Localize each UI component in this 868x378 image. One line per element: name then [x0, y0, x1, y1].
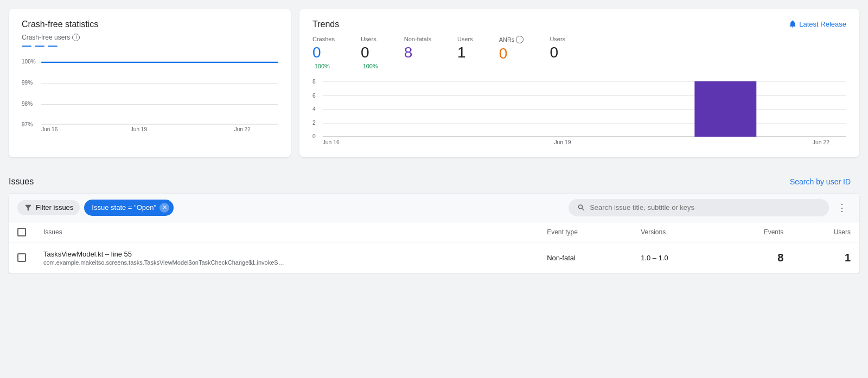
- crash-free-chart: 100% 99% 98% 97% Jun 16 Jun 19: [22, 55, 278, 131]
- stat-anrs: ANRs i 0: [499, 36, 524, 69]
- search-by-user-link[interactable]: Search by user ID: [790, 177, 851, 186]
- stat-nonfatals: Non-fatals 8: [404, 36, 431, 69]
- stat-header-users-2: Users: [457, 36, 473, 42]
- trends-title: Trends: [312, 20, 339, 29]
- search-icon: [577, 203, 585, 212]
- issues-section-title: Issues: [9, 177, 34, 187]
- svg-text:99%: 99%: [22, 80, 33, 86]
- col-event-type: Event type: [538, 222, 632, 242]
- stat-value-users-1: 0: [361, 43, 378, 62]
- stat-users-nonfatals: Users 1: [457, 36, 473, 69]
- crash-free-section-label: Crash-free users i: [22, 34, 278, 41]
- stat-header-nonfatals: Non-fatals: [404, 36, 431, 42]
- svg-text:Jun 16: Jun 16: [41, 126, 58, 131]
- stat-value-users-3: 0: [550, 43, 565, 62]
- legend-dash-2: [35, 46, 44, 47]
- trends-card: Trends Latest Release Crashes 0 -100%: [299, 9, 859, 157]
- row-users-cell: 1: [792, 242, 859, 273]
- trends-header: Trends Latest Release: [312, 20, 846, 36]
- row-event-type-cell: Non-fatal: [538, 242, 632, 273]
- event-type-label: Non-fatal: [547, 254, 576, 262]
- chip-close-button[interactable]: ✕: [159, 203, 169, 213]
- svg-text:4: 4: [312, 106, 316, 112]
- stat-header-anrs: ANRs i: [499, 36, 524, 43]
- svg-text:Jun 19: Jun 19: [131, 126, 147, 131]
- legend: [22, 46, 278, 47]
- svg-text:Jun 22: Jun 22: [813, 139, 829, 145]
- issue-title: TasksViewModel.kt – line 55: [43, 250, 529, 258]
- legend-dash-1: [22, 46, 31, 47]
- crash-free-card: Crash-free statistics Crash-free users i…: [9, 9, 291, 157]
- svg-text:98%: 98%: [22, 100, 33, 106]
- col-events: Events: [719, 222, 792, 242]
- svg-text:Jun 22: Jun 22: [234, 126, 251, 131]
- latest-release-link[interactable]: Latest Release: [788, 20, 846, 28]
- svg-text:Jun 19: Jun 19: [554, 139, 571, 145]
- filter-issues-button[interactable]: Filter issues: [17, 200, 80, 215]
- svg-text:0: 0: [312, 133, 316, 139]
- main-container: Crash-free statistics Crash-free users i…: [0, 0, 868, 274]
- stat-header-users-3: Users: [550, 36, 565, 42]
- svg-text:6: 6: [312, 93, 316, 99]
- row-versions-cell: 1.0 – 1.0: [632, 242, 719, 273]
- stat-value-nonfatals: 8: [404, 43, 431, 62]
- stat-value-users-2: 1: [457, 43, 473, 62]
- svg-text:2: 2: [312, 120, 316, 126]
- svg-text:100%: 100%: [22, 59, 36, 65]
- search-bar: [569, 199, 829, 216]
- issue-state-chip: Issue state = "Open" ✕: [84, 200, 174, 216]
- trends-stats-row: Crashes 0 -100% Users 0 -100% Non-fatals…: [312, 36, 846, 69]
- table-row: TasksViewModel.kt – line 55 com.example.…: [9, 242, 859, 273]
- svg-text:8: 8: [312, 79, 316, 85]
- events-count: 8: [777, 252, 783, 264]
- more-options-button[interactable]: ⋮: [833, 199, 851, 216]
- stat-header-crashes: Crashes: [312, 36, 335, 42]
- select-all-checkbox[interactable]: [17, 228, 26, 236]
- users-count: 1: [845, 252, 851, 264]
- trends-chart-area: 8 6 4 2 0 Jun 16 Ju: [312, 76, 846, 146]
- anr-info-icon[interactable]: i: [516, 36, 524, 43]
- table-header-row: Issues Event type Versions Events Users: [9, 222, 859, 242]
- stat-users-crashes: Users 0 -100%: [361, 36, 378, 69]
- nonfatals-bar: [694, 81, 756, 137]
- row-checkbox-cell: [9, 242, 35, 273]
- stat-change-users-1: -100%: [361, 63, 378, 69]
- svg-text:Jun 16: Jun 16: [323, 139, 340, 145]
- legend-dash-3: [48, 46, 58, 47]
- search-input[interactable]: [590, 203, 820, 212]
- col-versions: Versions: [632, 222, 719, 242]
- col-checkbox: [9, 222, 35, 242]
- row-checkbox[interactable]: [17, 253, 26, 262]
- issue-subtitle: com.example.makeitso.screens.tasks.Tasks…: [43, 259, 529, 266]
- crash-free-svg: 100% 99% 98% 97% Jun 16 Jun 19: [22, 55, 278, 131]
- crash-free-title: Crash-free statistics: [22, 20, 278, 29]
- row-events-cell: 8: [719, 242, 792, 273]
- issues-section: Filter issues Issue state = "Open" ✕ ⋮: [9, 193, 859, 274]
- issues-toolbar: Filter issues Issue state = "Open" ✕ ⋮: [9, 193, 859, 222]
- stat-change-crashes: -100%: [312, 63, 335, 69]
- stat-value-crashes: 0: [312, 43, 335, 62]
- stat-header-users-1: Users: [361, 36, 378, 42]
- col-issues: Issues: [35, 222, 538, 242]
- charts-row: Crash-free statistics Crash-free users i…: [9, 9, 859, 157]
- stat-crashes: Crashes 0 -100%: [312, 36, 335, 69]
- issues-header-row: Issues Search by user ID: [9, 170, 859, 193]
- versions-label: 1.0 – 1.0: [641, 254, 668, 262]
- latest-release-icon: [788, 20, 797, 28]
- filter-icon: [24, 203, 33, 212]
- stat-users-anrs: Users 0: [550, 36, 565, 69]
- svg-text:97%: 97%: [22, 121, 33, 127]
- row-issue-cell: TasksViewModel.kt – line 55 com.example.…: [35, 242, 538, 273]
- issues-table: Issues Event type Versions Events Users …: [9, 222, 859, 274]
- crash-free-info-icon[interactable]: i: [72, 34, 80, 41]
- stat-value-anrs: 0: [499, 44, 524, 63]
- col-users: Users: [792, 222, 859, 242]
- trends-svg: 8 6 4 2 0 Jun 16 Ju: [312, 76, 846, 146]
